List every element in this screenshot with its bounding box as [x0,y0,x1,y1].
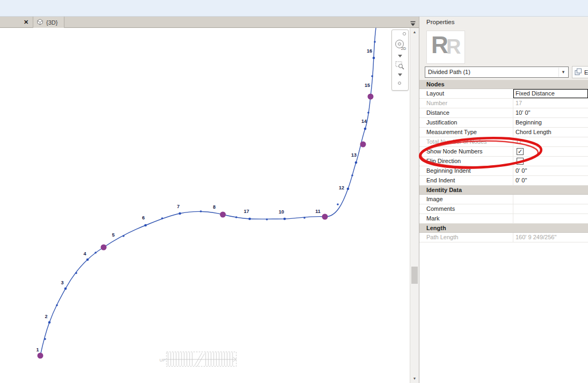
divided-path-curve[interactable] [40,28,376,356]
node-number-label: 10 [279,209,284,215]
path-midpoint-dot [351,174,353,176]
scroll-thumb[interactable] [411,267,418,284]
property-value[interactable]: 0' 0" [513,166,588,175]
node-number-label: 4 [83,251,86,256]
property-name: Beginning Indent [419,166,513,175]
node-number-label: 14 [361,119,367,124]
property-row-total-number-of-nodes: Total Number of Nodes17 [419,137,588,147]
navbar-handle-icon[interactable] [403,32,405,35]
path-node-purple-dot[interactable] [322,214,328,220]
property-name: Flip Direction [419,157,513,166]
view-tab-bar: ✕ {3D} [0,17,419,28]
scroll-up-icon[interactable]: ▲ [410,28,419,36]
property-row-mark: Mark [419,214,588,224]
property-name: Justification [419,118,513,127]
node-number-label: 1 [36,347,39,352]
navbar-bottom-icon[interactable] [398,82,401,85]
property-row-beginning-indent: Beginning Indent0' 0" [419,166,588,176]
revit-r-ghost-letter: R [446,36,461,57]
path-midpoint-dot [161,217,163,219]
steering-wheel-2d-icon[interactable]: 2D [396,40,406,51]
node-number-label: 5 [112,232,114,238]
tab-3d-view[interactable]: {3D} [33,17,64,28]
zoom-region-icon[interactable] [396,62,404,69]
property-row-flip-direction: Flip Direction [419,157,588,166]
property-name: Layout [419,89,513,98]
path-node-dot[interactable] [284,218,286,220]
node-number-label: 6 [142,215,144,220]
section-header: Length [419,224,588,233]
close-view-icon[interactable]: ✕ [24,17,28,28]
path-node-dot[interactable] [355,161,358,164]
node-number-label: 13 [351,152,357,158]
property-value[interactable]: Chord Length [513,128,588,137]
stair-plan-element[interactable]: UP [159,352,236,366]
property-value[interactable] [513,204,588,213]
path-node-dot[interactable] [64,288,67,290]
ribbon-strip [0,0,588,17]
property-value[interactable]: 0' 0" [513,176,588,185]
node-number-label: 7 [177,204,179,209]
scroll-down-icon[interactable]: ▼ [410,374,419,383]
path-midpoint-dot [337,203,339,205]
property-value[interactable] [513,214,588,223]
path-node-purple-dot[interactable] [101,245,107,251]
path-node-dot[interactable] [144,224,147,227]
drawing-canvas[interactable]: UP123456781710111213141516 2D [0,28,410,383]
path-node-purple-dot[interactable] [368,94,374,100]
property-row-image: Image [419,195,588,204]
property-value[interactable]: 17 [513,99,588,108]
type-selector[interactable]: Divided Path (1) ▾ [425,67,569,78]
node-number-label: 2 [45,314,47,319]
edit-type-button[interactable]: Ed [572,66,588,78]
path-midpoint-dot [56,304,58,306]
property-name: Path Length [419,233,513,242]
checkbox-unchecked[interactable] [517,158,524,165]
wheel-chevron-down-icon[interactable] [398,55,402,57]
property-row-number: Number17 [419,99,588,108]
node-number-label: 16 [367,48,372,54]
path-midpoint-dot [266,218,268,220]
edit-type-icon [575,68,582,77]
property-row-measurement-type: Measurement TypeChord Length [419,128,588,137]
path-node-dot[interactable] [179,212,182,215]
tab-label: {3D} [46,19,57,26]
property-name: Distance [419,108,513,117]
property-value[interactable]: 17 [513,137,588,146]
path-node-dot[interactable] [86,259,89,261]
path-node-dot[interactable] [249,218,251,220]
property-value[interactable]: 10' 0" [513,108,588,117]
path-midpoint-dot [371,75,373,77]
path-midpoint-dot [235,216,237,218]
checkbox-checked[interactable]: ✓ [517,148,524,155]
type-preview-card: R R [426,31,465,64]
stair-up-label: UP [159,358,165,363]
property-name: End Indent [419,176,513,185]
property-value[interactable] [513,157,588,166]
path-node-purple-dot[interactable] [220,212,226,218]
path-node-dot[interactable] [48,321,51,324]
type-selector-value: Divided Path (1) [428,69,470,75]
property-row-layout: LayoutFixed Distance [419,89,588,99]
path-node-dot[interactable] [347,188,350,190]
property-name: Show Node Numbers [419,147,513,156]
type-selector-dropdown-icon[interactable]: ▾ [558,68,568,77]
zoom-chevron-down-icon[interactable] [398,73,402,76]
path-node-dot[interactable] [373,57,375,60]
property-name: Image [419,195,513,204]
property-value[interactable]: Beginning [513,118,588,127]
section-header: Nodes [419,80,588,89]
property-value[interactable]: 160' 9 249/256" [513,233,588,242]
property-name: Comments [419,204,513,213]
property-value[interactable]: ✓ [513,147,588,156]
property-value[interactable] [513,195,588,204]
path-node-purple-dot[interactable] [360,142,366,148]
property-row-distance: Distance10' 0" [419,108,588,118]
property-value[interactable]: Fixed Distance [513,89,588,98]
path-node-dot[interactable] [364,128,367,130]
path-midpoint-dot [374,41,376,43]
path-node-purple-dot[interactable] [38,353,43,359]
canvas-scrollbar[interactable]: ▲ ▼ [410,28,419,383]
navigation-bar: 2D [391,30,409,91]
node-number-label: 15 [365,83,370,88]
